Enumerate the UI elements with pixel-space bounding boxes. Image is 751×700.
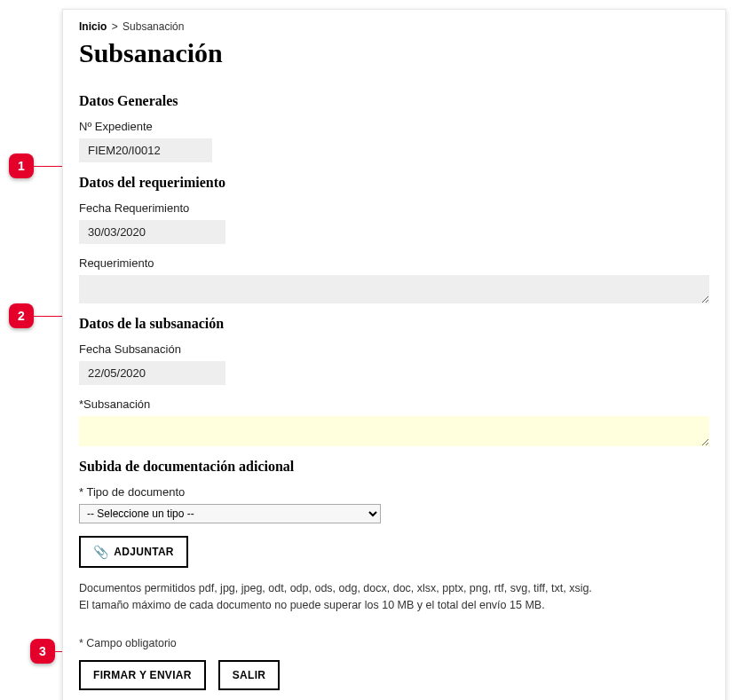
- docs-help-line1: Documentos permitidos pdf, jpg, jpeg, od…: [79, 580, 709, 597]
- page-title: Subsanación: [79, 38, 709, 68]
- annotation-marker-3: 3: [30, 639, 55, 664]
- fecha-subsanacion-label: Fecha Subsanación: [79, 342, 709, 356]
- section-heading-docs: Subida de documentación adicional: [79, 459, 709, 475]
- docs-help-line2: El tamaño máximo de cada documento no pu…: [79, 597, 709, 614]
- fecha-requerimiento-value: 30/03/2020: [79, 220, 225, 244]
- adjuntar-button-label: ADJUNTAR: [114, 546, 174, 558]
- paperclip-icon: 📎: [93, 545, 108, 559]
- adjuntar-button[interactable]: 📎 ADJUNTAR: [79, 536, 188, 568]
- section-heading-requerimiento: Datos del requerimiento: [79, 175, 709, 191]
- subsanacion-label: *Subsanación: [79, 397, 709, 411]
- annotation-marker-1: 1: [9, 153, 34, 178]
- firmar-enviar-button[interactable]: FIRMAR Y ENVIAR: [79, 660, 206, 690]
- form-actions: FIRMAR Y ENVIAR SALIR: [79, 660, 709, 690]
- section-heading-subsanacion: Datos de la subsanación: [79, 316, 709, 332]
- breadcrumb: Inicio > Subsanación: [79, 20, 709, 33]
- breadcrumb-separator: >: [112, 20, 118, 33]
- breadcrumb-home[interactable]: Inicio: [79, 20, 107, 33]
- breadcrumb-current: Subsanación: [123, 20, 184, 33]
- fecha-requerimiento-label: Fecha Requerimiento: [79, 201, 709, 215]
- mandatory-note: * Campo obligatorio: [79, 637, 709, 649]
- tipo-documento-label: * Tipo de documento: [79, 485, 709, 499]
- salir-button[interactable]: SALIR: [218, 660, 281, 690]
- form-card: Inicio > Subsanación Subsanación Datos G…: [62, 9, 726, 700]
- docs-help-text: Documentos permitidos pdf, jpg, jpeg, od…: [79, 580, 709, 614]
- expediente-label: Nº Expediente: [79, 120, 709, 133]
- subsanacion-textarea[interactable]: [79, 416, 709, 446]
- expediente-value: FIEM20/I0012: [79, 138, 212, 162]
- fecha-subsanacion-value: 22/05/2020: [79, 361, 225, 385]
- tipo-documento-select[interactable]: -- Seleccione un tipo --: [79, 504, 381, 523]
- annotation-marker-2: 2: [9, 303, 34, 328]
- section-heading-general: Datos Generales: [79, 93, 709, 109]
- requerimiento-label: Requerimiento: [79, 256, 709, 270]
- requerimiento-textarea: [79, 275, 709, 303]
